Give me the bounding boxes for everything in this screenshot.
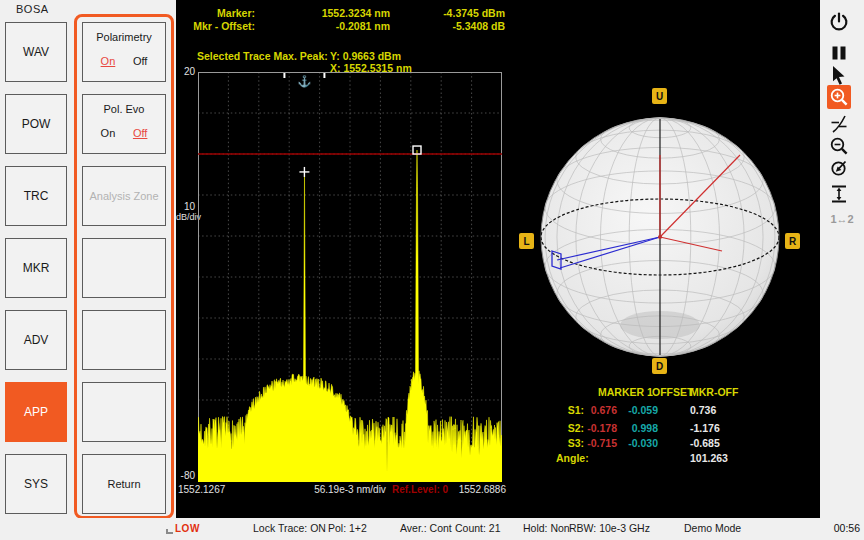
right-toolbar: 1↔2 [820,0,864,518]
sphere-label-up: U [652,88,667,104]
clock: 00:56 [834,522,860,534]
analysis-zone-label: Analysis Zone [83,167,165,225]
zoom-x-span-icon[interactable] [827,112,851,136]
marker-power-value: -4.3745 dBm [401,7,505,19]
s3-mkroff-value: -0.685 [658,437,738,449]
zoom-out-icon[interactable] [827,134,851,158]
anchor-marker-icon[interactable]: ⚓ [283,73,325,88]
pol-evo-title: Pol. Evo [83,103,165,115]
return-button[interactable]: Return [82,454,166,514]
stokes-row-s3: S3: -0.715 -0.030 -0.685 [556,435,776,450]
s1-offset-value: -0.059 [617,404,658,416]
angle-label: Angle: [556,452,584,464]
polarimetry-on-button[interactable]: On [101,55,116,67]
sidebar-item-adv[interactable]: ADV [5,310,67,370]
s1-marker-value: 0.676 [584,404,617,416]
status-count: Count: 21 [455,522,501,534]
sidebar-item-sys[interactable]: SYS [5,454,67,514]
sidebar-item-wav[interactable]: WAV [5,22,67,82]
status-pol: Pol: 1+2 [328,522,367,534]
x-axis-end-label: 1552.6886 [426,484,506,495]
stokes-row-s1: S1: 0.676 -0.059 0.736 [556,402,776,417]
zoom-undo-icon[interactable] [827,157,851,181]
s3-label: S3: [556,437,584,449]
low-label: LOW [175,523,200,534]
pol-evo-on-button[interactable]: On [101,127,116,139]
polarimetry-panel: Polarimetry On Off [82,22,166,82]
marker-wavelength-value: 1552.3234 nm [261,7,390,19]
status-bar: LOW Lock Trace: ON Pol: 1+2 Aver.: Cont … [0,518,864,540]
y-axis-div-unit: dB/div [176,212,195,222]
sidebar-item-trc[interactable]: TRC [5,166,67,226]
stokes-row-angle: Angle: 101.263 [556,450,776,465]
status-averaging: Aver.: Cont [400,522,452,534]
sphere-label-down: D [652,358,667,374]
spectrum-plot-canvas[interactable]: ⚓ [198,72,502,482]
max-peak-y-value: Y: 0.9663 dBm [330,50,401,62]
low-signal-indicator: LOW [166,523,200,534]
pause-icon[interactable] [827,41,851,65]
zoom-in-icon[interactable] [827,85,851,109]
sphere-center-dot [658,235,662,239]
y-axis-top-label: 20 [176,66,195,77]
brand-label: BOSA [16,3,49,15]
polarimetry-off-button[interactable]: Off [133,55,147,67]
stokes-row-s2: S2: -0.178 0.998 -1.176 [556,420,776,435]
stokes-table: MARKER 1 OFFSET MKR-OFF S1: 0.676 -0.059… [556,386,776,465]
submenu-empty-cell [82,238,166,298]
s3-offset-value: -0.030 [617,437,658,449]
pol-evo-panel: Pol. Evo On Off [82,94,166,154]
power-icon[interactable] [827,10,851,34]
sphere-label-right: R [785,233,800,249]
sidebar-item-mkr[interactable]: MKR [5,238,67,298]
main-display: Marker: 1552.3234 nm -4.3745 dBm Mkr - O… [176,0,820,518]
submenu-empty-cell [82,310,166,370]
s2-mkroff-value: -1.176 [658,422,738,434]
stokes-header-offset: OFFSET [652,386,693,398]
sphere-label-left: L [519,233,534,249]
s1-label: S1: [556,404,584,416]
analysis-zone-button[interactable]: Analysis Zone [82,166,166,226]
mkr-offset-label: Mkr - Offset: [176,20,255,32]
submenu-empty-cell [82,382,166,442]
sidebar-item-app[interactable]: APP [5,382,67,442]
trace-toggle-icon[interactable]: 1↔2 [827,207,857,231]
low-level-icon [166,529,173,534]
mkr-offset-power-value: -5.3408 dB [401,20,505,32]
polarimetry-title: Polarimetry [83,31,165,43]
return-label: Return [83,455,165,513]
status-demo-mode: Demo Mode [684,522,741,534]
mkr-offset-wavelength-value: -0.2081 nm [261,20,390,32]
fit-vertical-icon[interactable] [827,182,851,206]
s1-mkroff-value: 0.736 [658,404,738,416]
status-rbw: RBW: 10e-3 GHz [569,522,650,534]
bosa-app-window: BOSA WAV POW TRC MKR ADV APP SYS Polarim… [0,0,864,540]
s2-label: S2: [556,422,584,434]
s3-marker-value: -0.715 [584,437,617,449]
pol-evo-off-button[interactable]: Off [133,127,147,139]
sidebar-item-pow[interactable]: POW [5,94,67,154]
marker-readout-label: Marker: [176,7,255,19]
stokes-header-mkroff: MKR-OFF [690,386,738,398]
s2-offset-value: 0.998 [617,422,658,434]
status-hold: Hold: Non [523,522,570,534]
max-peak-label: Selected Trace Max. Peak: [197,50,328,62]
stokes-header-marker1: MARKER 1 [598,386,653,398]
y-axis-bottom-label: -80 [176,470,195,481]
poincare-sphere[interactable] [530,107,790,367]
y-axis-div-number: 10 [176,201,195,212]
marker1-cross[interactable] [299,167,309,177]
angle-value: 101.263 [658,452,738,464]
status-lock-trace: Lock Trace: ON [253,522,326,534]
svg-text:⚓: ⚓ [298,74,312,88]
cursor-icon[interactable] [827,63,851,87]
s2-marker-value: -0.178 [584,422,617,434]
